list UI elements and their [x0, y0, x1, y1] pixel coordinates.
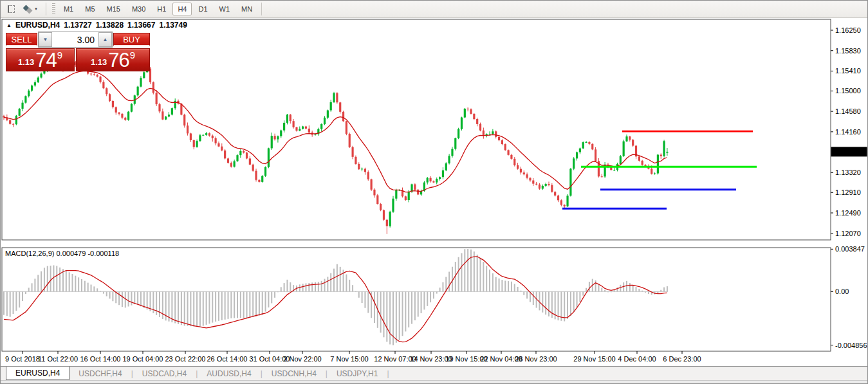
svg-text:11 Oct 22:00: 11 Oct 22:00	[38, 355, 78, 363]
svg-text:0.003847: 0.003847	[835, 245, 865, 253]
svg-text:19 Oct 04:00: 19 Oct 04:00	[123, 355, 163, 363]
svg-text:7 Nov 15:00: 7 Nov 15:00	[330, 355, 368, 363]
svg-text:1.15830: 1.15830	[835, 47, 861, 55]
svg-text:4 Dec 04:00: 4 Dec 04:00	[618, 355, 656, 363]
chart-region: 1.162501.158301.154101.150001.145801.141…	[1, 18, 867, 366]
timeframe-button-group: M1M5M15M30H1H4D1W1MN	[58, 3, 258, 15]
svg-text:1.14160: 1.14160	[835, 128, 861, 136]
timeframe-button-mn[interactable]: MN	[236, 3, 257, 15]
ohlc-high: 1.13828	[96, 21, 124, 30]
one-click-trading-panel: SELL ▼ ▲ BUY 1.13 74 9 1.13 76 9	[6, 32, 150, 71]
macd-axis[interactable]: 0.0038470.00-0.004856	[831, 245, 867, 349]
symbol-period-label: EURUSD,H4	[15, 21, 60, 30]
sell-pips: 74	[35, 52, 56, 68]
svg-text:1.15410: 1.15410	[835, 67, 861, 75]
chart-tab-usdjpy-h1[interactable]: USDJPY,H1	[328, 367, 387, 380]
dropdown-caret-icon: ▼	[34, 7, 38, 11]
chart-shift-button[interactable]	[3, 2, 19, 16]
svg-text:1.13749: 1.13749	[834, 148, 860, 156]
ohlc-low: 1.13667	[127, 21, 155, 30]
timeframe-button-w1[interactable]: W1	[214, 3, 235, 15]
timeframe-button-d1[interactable]: D1	[193, 3, 212, 15]
svg-text:-0.004856: -0.004856	[835, 342, 867, 349]
buy-pips: 76	[108, 52, 129, 68]
chart-tab-usdcnh-h4[interactable]: USDCNH,H4	[263, 367, 326, 380]
chart-tab-bar: EURUSD,H4USDCHF,H4|USDCAD,H4|AUDUSD,H4|U…	[1, 366, 867, 380]
svg-text:6 Dec 23:00: 6 Dec 23:00	[663, 355, 701, 363]
sell-pipette: 9	[57, 50, 62, 60]
buy-pipette: 9	[130, 50, 135, 60]
chart-tab-usdchf-h4[interactable]: USDCHF,H4	[69, 367, 131, 380]
svg-text:2 Nov 22:00: 2 Nov 22:00	[283, 355, 321, 363]
timeframe-button-h1[interactable]: H1	[152, 3, 171, 15]
chart-tab-usdcad-h4[interactable]: USDCAD,H4	[133, 367, 196, 380]
svg-text:29 Nov 15:00: 29 Nov 15:00	[573, 355, 615, 363]
svg-text:1.15000: 1.15000	[835, 87, 861, 95]
trade-panel-prices: 1.13 74 9 1.13 76 9	[6, 48, 150, 71]
current-price-tag: 1.13749	[831, 147, 867, 156]
svg-text:1.16250: 1.16250	[835, 26, 861, 34]
sell-button[interactable]: SELL	[6, 33, 37, 46]
toolbar-separator	[46, 3, 46, 15]
trade-panel-controls: SELL ▼ ▲ BUY	[6, 32, 150, 48]
volume-input[interactable]	[52, 32, 98, 47]
timeframe-button-m15[interactable]: M15	[102, 3, 125, 15]
svg-text:1.13320: 1.13320	[835, 169, 861, 176]
svg-text:1.12070: 1.12070	[835, 230, 861, 237]
buy-price-display[interactable]: 1.13 76 9	[76, 48, 150, 71]
timeframe-button-m5[interactable]: M5	[80, 3, 100, 15]
chart-title: ▲ EURUSD,H4 1.13727 1.13828 1.13667 1.13…	[6, 21, 187, 30]
chart-shift-icon	[8, 5, 15, 13]
timeframe-button-m30[interactable]: M30	[127, 3, 151, 15]
volume-control: ▼ ▲	[38, 32, 113, 48]
sell-big-figure: 1.13	[18, 58, 34, 68]
toolbar-separator	[261, 3, 262, 15]
buy-big-figure: 1.13	[91, 58, 107, 68]
tab-separator: |	[387, 367, 389, 380]
svg-text:26 Oct 14:00: 26 Oct 14:00	[207, 355, 248, 363]
buy-button[interactable]: BUY	[113, 33, 150, 46]
status-strip	[1, 380, 867, 384]
svg-text:16 Oct 14:00: 16 Oct 14:00	[80, 355, 121, 363]
svg-text:9 Oct 2018: 9 Oct 2018	[5, 355, 40, 363]
svg-text:1.14580: 1.14580	[835, 107, 861, 115]
chart-tab-audusd-h4[interactable]: AUDUSD,H4	[198, 367, 260, 380]
svg-text:26 Nov 23:00: 26 Nov 23:00	[515, 355, 557, 363]
volume-increase-button[interactable]: ▲	[98, 32, 112, 47]
toolbar: ▼ M1M5M15M30H1H4D1W1MN	[1, 1, 867, 18]
timeframe-button-h4[interactable]: H4	[172, 3, 192, 15]
svg-text:23 Oct 22:00: 23 Oct 22:00	[165, 355, 206, 363]
toolbar-grip-handle[interactable]	[52, 3, 55, 15]
sell-price-display[interactable]: 1.13 74 9	[6, 48, 75, 71]
price-axis[interactable]: 1.162501.158301.154101.150001.145801.141…	[831, 26, 861, 237]
collapse-arrow-icon[interactable]: ▲	[6, 23, 12, 28]
volume-decrease-button[interactable]: ▼	[39, 32, 52, 47]
ohlc-close: 1.13749	[159, 21, 187, 30]
timeframe-button-m1[interactable]: M1	[59, 3, 78, 15]
time-axis[interactable]: 9 Oct 201811 Oct 22:0016 Oct 14:0019 Oct…	[5, 351, 701, 363]
ohlc-open: 1.13727	[64, 21, 91, 30]
crosshair-arrows-button[interactable]: ▼	[19, 2, 42, 16]
svg-text:0.00: 0.00	[835, 288, 849, 295]
macd-indicator-label: MACD(12,26,9) 0.000479 -0.000118	[5, 250, 119, 257]
svg-text:1.12490: 1.12490	[835, 209, 861, 217]
chart-tab-eurusd-h4[interactable]: EURUSD,H4	[6, 367, 69, 380]
mt4-window: ▼ M1M5M15M30H1H4D1W1MN 1.162501.158301.1…	[0, 0, 868, 384]
svg-text:1.12910: 1.12910	[835, 188, 861, 196]
